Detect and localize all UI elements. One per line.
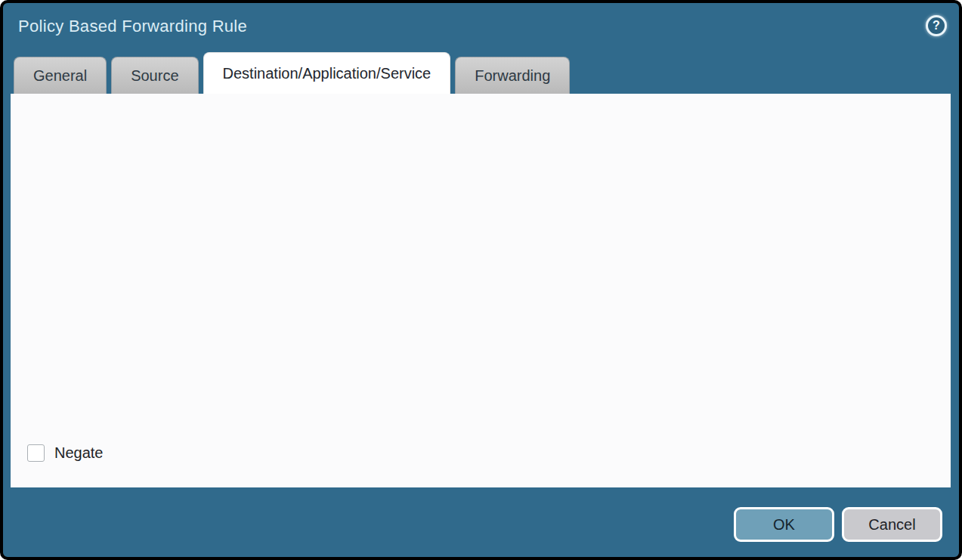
ok-button[interactable]: OK — [734, 507, 834, 542]
tab-source[interactable]: Source — [111, 57, 198, 94]
tab-destination-application-service[interactable]: Destination/Application/Service — [203, 52, 451, 94]
negate-checkbox[interactable] — [27, 444, 45, 462]
help-icon[interactable]: ? — [926, 15, 947, 36]
tab-bar: General Source Destination/Application/S… — [14, 53, 570, 94]
tab-general[interactable]: General — [14, 57, 107, 94]
cancel-button[interactable]: Cancel — [842, 507, 942, 542]
tab-forwarding[interactable]: Forwarding — [455, 57, 570, 94]
tab-content-panel — [11, 94, 951, 487]
pbf-rule-dialog: Policy Based Forwarding Rule ? General S… — [0, 0, 962, 560]
negate-row: Negate — [27, 444, 104, 462]
dialog-title: Policy Based Forwarding Rule — [18, 17, 247, 36]
negate-label: Negate — [54, 444, 104, 462]
